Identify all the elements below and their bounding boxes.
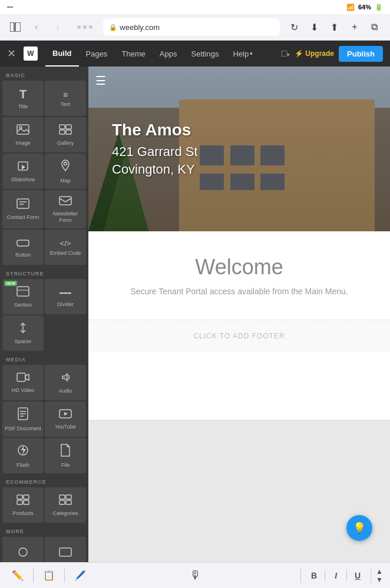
sidebar-item-title[interactable]: T Title [2, 81, 44, 116]
sidebar-item-spacer[interactable]: Spacer [2, 315, 44, 351]
reload-icon[interactable]: ↻ [286, 19, 303, 35]
sidebar-item-label: Flash [16, 462, 29, 469]
upgrade-button[interactable]: ⚡ Upgrade [295, 49, 334, 58]
svg-rect-1 [15, 22, 21, 32]
sidebar-item-button[interactable]: Button [2, 230, 44, 265]
hero-city: Covington, KY [112, 162, 366, 177]
help-fab[interactable]: 💡 [346, 515, 372, 541]
sidebar-item-flash[interactable]: Flash [2, 438, 44, 473]
sidebar-toggle-icon[interactable] [7, 19, 24, 35]
spacer-icon [16, 323, 29, 336]
svg-rect-33 [60, 495, 65, 499]
nav-right: □▾ ⚡ Upgrade Publish [282, 46, 383, 62]
sidebar-item-hd-video[interactable]: HD Video [2, 365, 44, 400]
new-badge: NEW [4, 281, 17, 286]
sidebar-item-pdf[interactable]: PDF Document [2, 401, 44, 437]
main-layout: BASIC T Title ≡ Text Image [0, 67, 390, 563]
products-icon [16, 494, 29, 508]
tabs-icon[interactable]: ⧉ [366, 19, 383, 35]
sidebar-item-image[interactable]: Image [2, 117, 44, 152]
nav-item-apps[interactable]: Apps [153, 41, 184, 67]
sidebar-item-youtube[interactable]: YouTube [45, 401, 86, 437]
section-icon [16, 286, 29, 300]
sidebar-section-structure: STRUCTURE [0, 265, 88, 279]
sidebar-item-label: Image [15, 140, 30, 147]
underline-button[interactable]: U [349, 567, 366, 584]
more-2-icon [59, 547, 72, 560]
arrow-down-button[interactable]: ▼ [376, 576, 383, 583]
sidebar-item-contact-form[interactable]: Contact Form [2, 190, 44, 228]
back-button[interactable]: ‹ [28, 19, 45, 35]
sidebar-item-slideshow[interactable]: Slideshow [2, 154, 44, 189]
sidebar-basic-grid: T Title ≡ Text Image [0, 81, 88, 265]
sidebar-item-products[interactable]: Products [2, 487, 44, 523]
svg-rect-22 [17, 373, 25, 381]
time-display: ··· [7, 3, 13, 11]
sidebar-item-newsletter[interactable]: Newsletter Form [45, 190, 86, 228]
battery-icon: 🔋 [375, 4, 383, 11]
download-icon[interactable]: ⬇ [306, 19, 323, 35]
svg-rect-36 [66, 500, 71, 504]
nav-item-build[interactable]: Build [45, 41, 79, 67]
browser-top-bar: ‹ › 🔒 weebly.com ↻ ⬇ ⬆ + ⧉ [0, 14, 390, 40]
sidebar-more-grid [0, 537, 88, 563]
footer-placeholder[interactable]: CLICK TO ADD FOOTER [88, 320, 390, 352]
arrow-buttons: ▲ ▼ [376, 568, 383, 583]
sidebar-item-audio[interactable]: Audio [45, 365, 86, 400]
sidebar-item-more-1[interactable] [2, 537, 44, 563]
sidebar-item-label: Audio [58, 388, 72, 394]
status-right: 📶 64% 🔋 [346, 4, 383, 11]
sidebar-item-file[interactable]: File [45, 438, 86, 473]
forward-button[interactable]: › [49, 19, 66, 35]
nav-item-theme[interactable]: Theme [114, 41, 152, 67]
pencil-tool[interactable]: ✏️ [7, 565, 28, 586]
embed-code-icon: </> [60, 239, 71, 248]
bold-button[interactable]: B [306, 567, 322, 584]
new-tab-icon[interactable]: + [346, 19, 363, 35]
highlighter-tool[interactable]: 🖊️ [70, 565, 91, 586]
mic-icon: 🎙 [190, 569, 201, 582]
svg-point-18 [61, 292, 62, 294]
url-bar[interactable]: 🔒 weebly.com [103, 18, 280, 36]
sidebar-item-text[interactable]: ≡ Text [45, 81, 86, 116]
nav-item-help[interactable]: Help ▾ [226, 41, 260, 67]
arrow-up-button[interactable]: ▲ [376, 568, 383, 575]
sidebar-structure-grid: NEW Section [0, 279, 88, 351]
newsletter-icon [59, 196, 72, 208]
sidebar-item-divider[interactable]: Divider [45, 279, 86, 314]
svg-point-19 [65, 292, 67, 294]
sidebar-item-embed-code[interactable]: </> Embed Code [45, 230, 86, 265]
close-button[interactable]: ✕ [7, 47, 16, 60]
device-preview-icon[interactable]: □▾ [282, 48, 290, 59]
share-icon[interactable]: ⬆ [326, 19, 343, 35]
hamburger-menu[interactable]: ☰ [95, 74, 106, 88]
wifi-icon: 📶 [346, 4, 355, 11]
sidebar-item-label: Button [15, 252, 31, 258]
sidebar-ecommerce-grid: Products Categories [0, 487, 88, 523]
sidebar-section-media: MEDIA [0, 351, 88, 365]
format-divider-2 [346, 570, 347, 582]
svg-rect-38 [60, 548, 71, 556]
svg-rect-5 [66, 125, 71, 129]
text-icon: ≡ [63, 91, 68, 99]
hero-section[interactable]: ☰ The Amos 421 Garrard St Covington, KY [88, 67, 390, 231]
sidebar-item-categories[interactable]: Categories [45, 487, 86, 523]
italic-button[interactable]: I [328, 567, 344, 584]
sidebar-item-more-2[interactable] [45, 537, 86, 563]
svg-rect-7 [66, 130, 71, 134]
browser-action-icons: ↻ ⬇ ⬆ + ⧉ [286, 19, 383, 35]
copy-tool[interactable]: 📋 [38, 565, 60, 586]
slideshow-icon [16, 161, 29, 174]
title-icon: T [19, 88, 27, 101]
sidebar-item-label: Newsletter Form [47, 211, 84, 224]
publish-button[interactable]: Publish [339, 46, 383, 62]
sidebar-item-section[interactable]: NEW Section [2, 279, 44, 314]
sidebar-item-map[interactable]: Map [45, 154, 86, 189]
sidebar-item-gallery[interactable]: Gallery [45, 117, 86, 152]
microphone-button[interactable]: 🎙 [95, 569, 296, 582]
sidebar-item-label: Map [60, 178, 71, 184]
site-preview: ☰ The Amos 421 Garrard St Covington, KY … [88, 67, 390, 420]
nav-item-settings[interactable]: Settings [184, 41, 226, 67]
nav-item-pages[interactable]: Pages [79, 41, 115, 67]
sidebar-item-label: Products [12, 510, 34, 517]
